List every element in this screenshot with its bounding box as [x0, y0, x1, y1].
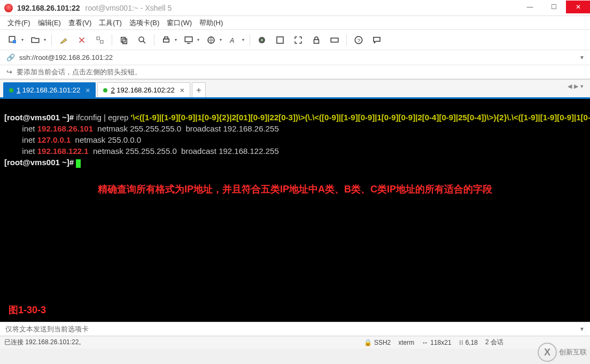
tab-session-1[interactable]: 1 192.168.26.101:22 × [3, 82, 96, 97]
tip-bar: ↪ 要添加当前会话，点击左侧的箭头按钮。 [0, 65, 590, 79]
color-icon[interactable] [254, 33, 269, 48]
tab-menu-icon[interactable]: ▾ [580, 83, 584, 90]
menu-tools[interactable]: 工具(T) [99, 18, 122, 28]
title-host: 192.168.26.101:22 [17, 4, 80, 12]
tab2-label: 192.168.26.102:22 [117, 86, 174, 94]
out-l1b: netmask 255.255.255.0 broadcast 192.168.… [93, 124, 279, 133]
menu-edit[interactable]: 编辑(E) [38, 18, 61, 28]
logo-text: 创新互联 [559, 347, 587, 357]
cursor [76, 159, 81, 168]
tab-add-button[interactable]: + [192, 82, 206, 97]
disconnect-icon[interactable] [92, 33, 107, 48]
menu-window[interactable]: 窗口(W) [167, 18, 192, 28]
fullscreen-icon[interactable] [291, 33, 306, 48]
transfer-icon[interactable] [181, 33, 196, 48]
properties-icon[interactable] [56, 33, 71, 48]
maximize-button[interactable]: ☐ [542, 1, 566, 13]
svg-text:?: ? [358, 37, 361, 43]
menubar: 文件(F) 编辑(E) 查看(V) 工具(T) 选项卡(B) 窗口(W) 帮助(… [0, 16, 590, 30]
titlebar: 192.168.26.101:22 root@vms001:~ - Xshell… [0, 0, 590, 16]
svg-rect-2 [97, 37, 99, 40]
reconnect-icon[interactable] [74, 33, 89, 48]
status-sessions: 2 会话 [485, 338, 503, 347]
address-dropdown-icon[interactable]: ▼ [579, 55, 585, 60]
help-icon[interactable]: ? [351, 33, 366, 48]
out-l2-ip: 127.0.0.1 [37, 135, 71, 144]
new-session-icon[interactable] [5, 33, 20, 48]
svg-rect-3 [100, 40, 103, 43]
prompt: [root@vms001 ~]# [4, 113, 76, 122]
tab2-close-icon[interactable]: × [180, 86, 184, 95]
menu-file[interactable]: 文件(F) [7, 18, 30, 28]
out-l2a: inet [4, 135, 37, 144]
send-bar[interactable]: 仅将文本发送到当前选项卡 ▼ [0, 322, 590, 336]
tab-prev-icon[interactable]: ◀ [568, 83, 572, 90]
menu-help[interactable]: 帮助(H) [199, 18, 223, 28]
terminal[interactable]: [root@vms001 ~]# ifconfig | egrep '\<([1… [0, 97, 590, 322]
svg-rect-9 [185, 37, 192, 42]
status-connection: 已连接 192.168.26.101:22。 [4, 338, 85, 347]
title-sub: root@vms001:~ - Xshell 5 [86, 4, 172, 12]
copy-icon[interactable] [117, 33, 131, 48]
tab-nav: ◀ ▶ ▾ [568, 83, 584, 90]
out-l3-ip: 192.168.122.1 [37, 146, 89, 156]
lock-icon[interactable] [309, 33, 324, 48]
out-l2b: netmask 255.0.0.0 [71, 135, 141, 144]
status-proto: SSH2 [374, 339, 391, 346]
link-icon: 🔗 [6, 53, 15, 61]
menu-tabs[interactable]: 选项卡(B) [129, 18, 159, 28]
status-pos: 6,18 [465, 339, 478, 346]
status-term: xterm [398, 339, 414, 346]
tab1-num: 1 [17, 86, 20, 94]
tab1-close-icon[interactable]: × [86, 86, 90, 95]
cmd-regex: '\<([1-9]|[1-9][0-9]|1[0-9]{2}|2[01][0-9… [131, 113, 590, 122]
prompt2: [root@vms001 ~]# [4, 158, 76, 167]
address-text: ssh://root@192.168.26.101:22 [19, 53, 113, 61]
status-size: 118x21 [430, 339, 451, 346]
svg-text:A: A [229, 36, 234, 44]
svg-point-13 [261, 38, 263, 41]
keyboard-icon[interactable] [327, 33, 342, 48]
font-icon[interactable]: A [226, 33, 241, 48]
logo-icon: X [538, 343, 557, 362]
status-lock-icon: 🔒 [364, 339, 372, 346]
svg-rect-7 [164, 38, 169, 42]
open-icon[interactable] [28, 33, 43, 48]
toolbar: ▾ ▾ ▾ ▾ ▾ A▾ ? [0, 30, 590, 50]
address-bar[interactable]: 🔗 ssh://root@192.168.26.101:22 ▼ [0, 50, 590, 65]
tab-strip: 1 192.168.26.101:22 × 2 192.168.26.102:2… [0, 79, 590, 97]
add-session-arrow-icon[interactable]: ↪ [6, 68, 12, 76]
position-icon: ⁞⁞ [459, 339, 463, 346]
cmd-head: ifconfig | egrep [76, 113, 130, 122]
svg-rect-16 [331, 38, 338, 42]
terminal-caption: 精确查询所有格式为IP地址，并且符合五类IP地址中A类、B类、C类IP地址的所有… [4, 184, 586, 195]
out-l1a: inet [4, 124, 37, 133]
send-bar-text: 仅将文本发送到当前选项卡 [5, 324, 89, 334]
status-dot-icon [103, 88, 107, 92]
tab-next-icon[interactable]: ▶ [574, 83, 578, 90]
status-bar: 已连接 192.168.26.101:22。 🔒SSH2 xterm ↔118x… [0, 336, 590, 348]
tab1-label: 192.168.26.101:22 [22, 86, 80, 94]
close-button[interactable]: ✕ [566, 1, 590, 13]
svg-rect-15 [314, 40, 319, 43]
menu-view[interactable]: 查看(V) [68, 18, 91, 28]
tab-session-2[interactable]: 2 192.168.26.102:22 × [97, 82, 190, 97]
resize-icon: ↔ [422, 339, 428, 346]
figure-label: 图1-30-3 [9, 304, 46, 316]
svg-rect-14 [277, 37, 283, 43]
app-icon [4, 4, 13, 12]
script-icon[interactable] [273, 33, 288, 48]
out-l1-ip: 192.168.26.101 [37, 124, 93, 133]
chat-icon[interactable] [369, 33, 384, 48]
watermark-logo: X 创新互联 [538, 343, 587, 362]
globe-icon[interactable] [204, 33, 219, 48]
status-dot-icon [9, 88, 13, 92]
minimize-button[interactable]: — [518, 1, 542, 13]
tip-text: 要添加当前会话，点击左侧的箭头按钮。 [17, 67, 142, 77]
search-icon[interactable] [135, 33, 150, 48]
out-l3a: inet [4, 146, 37, 156]
send-bar-dropdown-icon[interactable]: ▼ [579, 326, 585, 332]
svg-rect-1 [13, 40, 16, 43]
out-l3b: netmask 255.255.255.0 broadcast 192.168.… [89, 146, 279, 156]
print-icon[interactable] [159, 33, 174, 48]
